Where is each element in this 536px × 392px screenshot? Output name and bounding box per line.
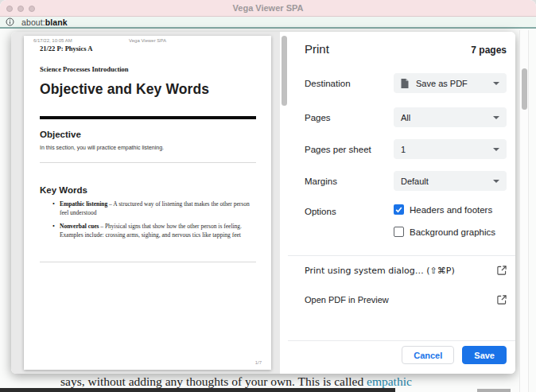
module-title: Science Processes Introduction — [40, 65, 129, 73]
chevron-down-icon — [493, 116, 499, 119]
margins-label: Margins — [305, 177, 394, 186]
external-link-icon — [497, 295, 507, 305]
course-title: 21/22 P: Physics A — [40, 45, 92, 52]
page-content-area: says, without adding any thoughts of you… — [0, 30, 536, 392]
preview-scrollbar[interactable] — [280, 32, 288, 374]
open-pdf-preview-label: Open PDF in Preview — [305, 295, 497, 305]
checkbox-unchecked-icon[interactable] — [394, 227, 404, 237]
headers-footers-option[interactable]: Headers and footers — [394, 204, 492, 215]
options-label: Options — [305, 207, 336, 216]
browser-window: Vega Viewer SPA about:blank says, withou… — [0, 0, 536, 392]
print-footer-page-number: 1/7 — [255, 360, 262, 365]
url-path: blank — [45, 17, 68, 27]
document-title: Objective and Key Words — [40, 81, 209, 98]
keywords-list: Empathic listening – A structured way of… — [52, 200, 253, 245]
empathic-link[interactable]: empathic — [367, 375, 412, 388]
objective-heading: Objective — [40, 130, 81, 139]
pages-dropdown[interactable]: All — [394, 107, 507, 127]
print-header-title: Vega Viewer SPA — [33, 38, 262, 43]
section-divider — [40, 162, 256, 163]
divider — [288, 255, 515, 256]
clipped-text-line — [0, 388, 395, 392]
chevron-down-icon — [493, 180, 499, 183]
margins-dropdown[interactable]: Default — [394, 171, 507, 191]
destination-value: Save as PDF — [416, 79, 493, 88]
destination-dropdown[interactable]: Save as PDF — [394, 73, 507, 93]
titlebar: Vega Viewer SPA — [0, 0, 536, 17]
keywords-heading: Key Words — [40, 185, 87, 195]
background-page-text: says, without adding any thoughts of you… — [60, 375, 412, 389]
external-link-icon — [497, 266, 507, 275]
open-pdf-preview-link[interactable]: Open PDF in Preview — [305, 294, 507, 305]
headers-footers-label: Headers and footers — [410, 205, 492, 215]
title-divider — [40, 116, 256, 119]
pages-per-sheet-value: 1 — [401, 145, 493, 154]
chevron-down-icon — [493, 148, 499, 151]
list-item: Nonverbal cues – Phyisical signs that sh… — [52, 223, 253, 239]
pages-per-sheet-label: Pages per sheet — [305, 145, 394, 154]
checkbox-checked-icon[interactable] — [394, 204, 404, 215]
save-button[interactable]: Save — [462, 346, 507, 364]
list-item: Empathic listening – A structured way of… — [52, 200, 253, 217]
pages-per-sheet-dropdown[interactable]: 1 — [394, 139, 507, 159]
destination-row: Destination Save as PDF — [305, 73, 507, 93]
url-scheme: about: — [21, 17, 45, 27]
url-text[interactable]: about:blank — [21, 17, 68, 27]
pages-row: Pages All — [305, 107, 507, 127]
window-title: Vega Viewer SPA — [0, 0, 536, 17]
pdf-document-icon — [401, 79, 409, 88]
objective-text: In this section, you will practice empat… — [40, 145, 164, 150]
margins-row: Margins Default — [305, 171, 507, 191]
destination-label: Destination — [305, 79, 394, 88]
print-preview-pane: 6/17/22, 10:05 AM Vega Viewer SPA 21/22 … — [11, 32, 280, 374]
print-settings-panel: Print 7 pages Destination Save as PDF Pa — [288, 32, 515, 374]
system-dialog-link[interactable]: Print using system dialog… (⇧⌘P) — [305, 265, 507, 276]
window-scrollbar-thumb[interactable] — [522, 68, 527, 110]
pages-per-sheet-row: Pages per sheet 1 — [305, 139, 507, 159]
dialog-footer: Cancel Save — [402, 346, 507, 364]
window-scrollbar[interactable] — [519, 30, 529, 392]
section-divider — [40, 262, 256, 262]
system-dialog-link-label: Print using system dialog… (⇧⌘P) — [305, 266, 497, 276]
preview-page-sheet: 6/17/22, 10:05 AM Vega Viewer SPA 21/22 … — [24, 36, 271, 370]
pages-label: Pages — [305, 113, 394, 122]
chevron-down-icon — [493, 82, 499, 85]
divider — [288, 340, 515, 341]
clipped-text-fragment — [477, 389, 511, 392]
info-icon[interactable] — [6, 17, 14, 26]
pages-value: All — [401, 113, 493, 122]
dialog-title: Print — [305, 42, 329, 56]
preview-scrollbar-thumb[interactable] — [282, 36, 287, 106]
print-dialog: 6/17/22, 10:05 AM Vega Viewer SPA 21/22 … — [11, 32, 515, 374]
address-bar[interactable]: about:blank — [0, 17, 536, 29]
background-graphics-option[interactable]: Background graphics — [394, 227, 495, 237]
margins-value: Default — [401, 177, 493, 186]
cancel-button[interactable]: Cancel — [402, 346, 454, 364]
background-graphics-label: Background graphics — [410, 227, 495, 237]
print-header: 6/17/22, 10:05 AM Vega Viewer SPA — [33, 38, 262, 45]
page-count: 7 pages — [471, 45, 507, 56]
